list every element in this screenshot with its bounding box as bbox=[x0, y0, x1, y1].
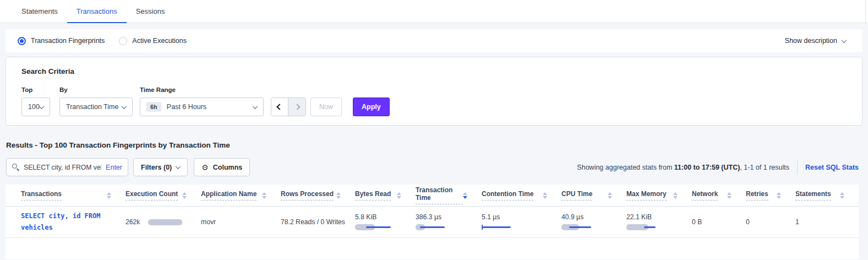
column-header-contention-time[interactable]: Contention Time bbox=[482, 190, 561, 201]
results-controls-row: SELECT city, id FROM vehicles W Enter Fi… bbox=[6, 158, 859, 176]
column-header-cpu-time[interactable]: CPU Time bbox=[561, 190, 626, 201]
time-range-select-value: Past 6 Hours bbox=[167, 103, 206, 111]
column-header-execution-count[interactable]: Execution Count bbox=[125, 190, 201, 201]
column-header-label: Transaction Time bbox=[416, 186, 463, 204]
chevron-down-icon bbox=[842, 37, 847, 43]
time-range-select[interactable]: 6h Past 6 Hours bbox=[140, 98, 264, 116]
column-header-transactions[interactable]: Transactions bbox=[21, 190, 125, 201]
search-criteria-title: Search Criteria bbox=[21, 67, 847, 75]
show-description-toggle[interactable]: Show description bbox=[785, 37, 850, 45]
column-header-label: Network bbox=[692, 190, 718, 201]
results-table: Transactions Execution Count Application… bbox=[6, 185, 859, 259]
contention-time-value: 5.1 µs bbox=[482, 213, 561, 221]
sort-icon[interactable] bbox=[840, 192, 844, 199]
time-window-arrows bbox=[271, 98, 306, 116]
column-header-rows-processed[interactable]: Rows Processed bbox=[281, 190, 355, 201]
radio-transaction-fingerprints[interactable]: Transaction Fingerprints bbox=[18, 37, 105, 45]
column-header-retries[interactable]: Retries bbox=[746, 190, 795, 201]
column-header-label: Application Name bbox=[201, 190, 256, 201]
radio-label: Transaction Fingerprints bbox=[31, 37, 105, 45]
column-header-network[interactable]: Network bbox=[692, 190, 746, 201]
column-header-label: Execution Count bbox=[125, 190, 178, 201]
cell-bytes-read: 5.8 KiB bbox=[355, 213, 416, 231]
by-select-value: Transaction Time bbox=[66, 103, 118, 111]
tabbar-right-edge bbox=[865, 0, 866, 23]
sort-icon[interactable] bbox=[727, 192, 731, 199]
by-select[interactable]: Transaction Time bbox=[59, 98, 133, 116]
sort-icon[interactable] bbox=[336, 192, 341, 199]
sort-icon[interactable] bbox=[182, 192, 187, 199]
gear-icon bbox=[201, 163, 209, 172]
apply-button[interactable]: Apply bbox=[353, 98, 390, 116]
sort-icon[interactable] bbox=[107, 192, 111, 199]
radio-selected-icon[interactable] bbox=[18, 37, 26, 45]
sort-icon[interactable] bbox=[262, 192, 266, 199]
cell-execution-count: 262k bbox=[125, 218, 201, 226]
max-memory-value: 22.1 KiB bbox=[626, 213, 692, 221]
page-tabbar: Statements Transactions Sessions bbox=[0, 0, 868, 23]
radio-active-executions[interactable]: Active Executions bbox=[119, 37, 187, 45]
cell-max-memory: 22.1 KiB bbox=[626, 213, 692, 231]
transaction-time-value: 386.3 µs bbox=[416, 213, 482, 221]
cell-transaction-time: 386.3 µs bbox=[416, 213, 482, 231]
cell-retries: 0 bbox=[746, 218, 795, 226]
time-range-field-label: Time Range bbox=[140, 86, 264, 93]
column-header-statements[interactable]: Statements bbox=[795, 190, 859, 201]
previous-time-window-button[interactable] bbox=[271, 98, 288, 116]
results-heading: Results - Top 100 Transaction Fingerprin… bbox=[6, 141, 862, 149]
by-field-label: By bbox=[59, 86, 133, 93]
search-input[interactable]: SELECT city, id FROM vehicles W Enter bbox=[6, 158, 128, 176]
chevron-down-icon bbox=[253, 104, 258, 109]
sort-icon[interactable] bbox=[777, 192, 781, 199]
view-toggle-band: Transaction Fingerprints Active Executio… bbox=[6, 29, 862, 52]
radio-label: Active Executions bbox=[132, 37, 187, 45]
cell-rows-processed: 78.2 Reads / 0 Writes bbox=[281, 218, 355, 226]
chevron-left-icon bbox=[276, 104, 282, 110]
sort-icon[interactable] bbox=[543, 192, 547, 199]
table-row: SELECT city, id FROM vehicles 262k movr … bbox=[6, 207, 859, 238]
column-header-transaction-time[interactable]: Transaction Time bbox=[416, 186, 482, 204]
reset-sql-stats-link[interactable]: Reset SQL Stats bbox=[805, 164, 859, 171]
transaction-fingerprint-link[interactable]: SELECT city, id FROM vehicles bbox=[21, 210, 113, 234]
time-range-field: Time Range 6h Past 6 Hours bbox=[140, 86, 264, 116]
next-time-window-button[interactable] bbox=[288, 98, 305, 116]
top-field-label: Top bbox=[21, 86, 50, 93]
filters-button[interactable]: Filters (0) bbox=[133, 158, 188, 176]
column-header-max-memory[interactable]: Max Memory bbox=[626, 190, 692, 201]
execution-count-bar bbox=[148, 219, 182, 225]
column-header-label: Bytes Read bbox=[355, 190, 391, 201]
sort-icon[interactable] bbox=[673, 192, 678, 199]
table-header-row: Transactions Execution Count Application… bbox=[6, 185, 859, 207]
tab-sessions[interactable]: Sessions bbox=[127, 0, 174, 23]
cell-network: 0 B bbox=[692, 218, 746, 226]
cell-cpu-time: 40.9 µs bbox=[561, 213, 626, 231]
vertical-divider bbox=[797, 160, 798, 175]
sort-icon-active-desc[interactable] bbox=[463, 192, 467, 199]
column-header-label: Contention Time bbox=[482, 190, 533, 201]
cpu-time-value: 40.9 µs bbox=[561, 213, 626, 221]
tab-transactions[interactable]: Transactions bbox=[67, 0, 127, 23]
column-header-application-name[interactable]: Application Name bbox=[201, 190, 281, 201]
radio-unselected-icon[interactable] bbox=[119, 37, 127, 45]
cell-contention-time: 5.1 µs bbox=[482, 213, 561, 231]
execution-count-value: 262k bbox=[125, 218, 140, 226]
view-toggle-group: Transaction Fingerprints Active Executio… bbox=[18, 37, 187, 45]
sort-icon[interactable] bbox=[397, 192, 401, 199]
tab-statements[interactable]: Statements bbox=[12, 0, 67, 23]
top-select-value: 100 bbox=[28, 103, 40, 111]
column-header-label: Rows Processed bbox=[281, 190, 334, 201]
top-select[interactable]: 100 bbox=[21, 98, 50, 116]
columns-button[interactable]: Columns bbox=[194, 158, 250, 176]
stats-suffix: , 1-1 of 1 results bbox=[740, 164, 789, 171]
column-header-label: Max Memory bbox=[626, 190, 667, 201]
sort-icon[interactable] bbox=[608, 192, 612, 199]
top-field: Top 100 bbox=[21, 86, 50, 116]
now-button[interactable]: Now bbox=[310, 98, 342, 116]
bytes-read-value: 5.8 KiB bbox=[355, 213, 416, 221]
cpu-time-bar-chart bbox=[561, 224, 601, 231]
column-header-bytes-read[interactable]: Bytes Read bbox=[355, 190, 416, 201]
search-criteria-card: Search Criteria Top 100 By Transaction T… bbox=[6, 57, 862, 126]
search-criteria-fields: Top 100 By Transaction Time Time Range 6… bbox=[21, 86, 847, 116]
search-enter-button[interactable]: Enter bbox=[106, 164, 122, 171]
search-input-value[interactable]: SELECT city, id FROM vehicles W bbox=[24, 164, 101, 171]
